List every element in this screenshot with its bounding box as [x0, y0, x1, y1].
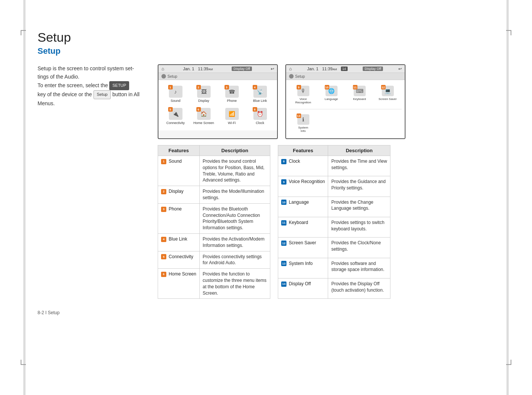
- table-row: 9 Voice RecognitionProvides the Guidance…: [278, 176, 390, 197]
- table-row: 3 PhoneProvides the Bluetooth Connection…: [158, 203, 270, 233]
- screen2-item-keyboard[interactable]: 11 ⌨ Keyboard: [345, 83, 374, 107]
- feature-cell: 14 Display Off: [278, 278, 328, 298]
- left-column: Setup is the screen to control system se…: [38, 64, 146, 111]
- description-cell: Provides the Bluetooth Connection/Auto C…: [199, 203, 270, 233]
- feature-cell: 5 Connectivity: [158, 251, 200, 269]
- feature-cell: 4 Blue Link: [158, 233, 200, 251]
- clock-icon: 8 ⏰: [253, 108, 267, 120]
- description-cell: Provides the Display Off (touch activati…: [328, 278, 390, 298]
- screen2-nav-bar: Setup: [286, 73, 405, 80]
- table-row: 10 LanguageProvides the Change Language …: [278, 197, 390, 217]
- sound-icon: 1 ♪: [169, 86, 182, 98]
- num-badge: 3: [161, 207, 166, 212]
- corner-mark-tr: [506, 30, 511, 35]
- screen2-item-sysinfo[interactable]: 13 ℹ SystemInfo: [289, 112, 317, 135]
- intro-text: Setup is the screen to control system se…: [38, 64, 146, 107]
- screen1-time: 11:39AM: [198, 67, 213, 71]
- feature-cell: 12 Screen Saver: [278, 238, 328, 258]
- table-row: 8 ClockProvides the Time and View settin…: [278, 156, 390, 176]
- num-badge: 10: [281, 200, 286, 205]
- feature-cell: 9 Voice Recognition: [278, 176, 328, 197]
- table2-col1-header: Features: [278, 145, 328, 156]
- description-cell: Provides the Clock/None settings.: [328, 238, 390, 258]
- display-icon: 2 🖼: [197, 86, 211, 98]
- feature-cell: 10 Language: [278, 197, 328, 217]
- screen1-item-phone[interactable]: 3 ☎ Phone: [218, 83, 246, 105]
- screen2-item-voice[interactable]: 9 🎙 VoiceRecognition: [289, 83, 317, 107]
- feature-cell: 1 Sound: [158, 156, 200, 186]
- feature-cell: 11 Keyboard: [278, 217, 328, 237]
- keyboard-icon: 11 ⌨: [354, 86, 366, 96]
- description-cell: Provides connectivity settings for Andro…: [199, 251, 270, 269]
- screen1-item-connectivity[interactable]: 5 🔌 Connectivity: [161, 105, 190, 127]
- connectivity-icon: 5 🔌: [169, 108, 182, 120]
- phone-icon: 3 ☎: [225, 86, 239, 98]
- table-row: 12 Screen SaverProvides the Clock/None s…: [278, 238, 390, 258]
- screen1-item-sound[interactable]: 1 ♪ Sound: [161, 83, 190, 105]
- screensaver-icon: 12 💻: [382, 86, 394, 96]
- screen2-mockup: ⌂ Jan. 1 11:39AM 14 Display Off ↩: [285, 64, 405, 139]
- table-row: 2 DisplayProvides the Mode/Illumination …: [158, 186, 270, 204]
- description-cell: Provides software and storage space info…: [328, 258, 390, 278]
- bluelink-icon: 4 📡: [253, 86, 267, 98]
- screen1-grid: 1 ♪ Sound 2 🖼 Display: [158, 80, 277, 130]
- screen2-time-area: Jan. 1 11:39AM 14: [307, 67, 348, 71]
- sysinfo-icon: 13 ℹ: [297, 114, 309, 125]
- language-icon: 10 🌐: [326, 86, 338, 96]
- num-badge: 14: [281, 281, 286, 287]
- feature-cell: 8 Clock: [278, 156, 328, 176]
- description-cell: Provides the Guidance and Priority setti…: [328, 176, 390, 197]
- corner-mark-bl: [21, 360, 26, 365]
- screen1-item-clock[interactable]: 8 ⏰ Clock: [246, 105, 274, 127]
- gear-icon-2: [289, 74, 294, 79]
- num-badge: 5: [161, 254, 166, 259]
- num-badge: 1: [161, 159, 166, 164]
- screen2-display-off[interactable]: Display Off: [363, 67, 383, 71]
- screens-and-tables: ⌂ Jan. 1 11:39AM Display Off ↩ Setup: [158, 64, 494, 299]
- setup-key-button: SETUP: [109, 81, 129, 90]
- table-row: 4 Blue LinkProvides the Activation/Modem…: [158, 233, 270, 251]
- screen1-mockup: ⌂ Jan. 1 11:39AM Display Off ↩ Setup: [158, 64, 278, 139]
- screen2-grid: 9 🎙 VoiceRecognition 10 🌐: [286, 80, 405, 138]
- screen1-date: Jan. 1: [183, 67, 194, 71]
- feature-cell: 2 Display: [158, 186, 200, 204]
- screen1-item-homescreen[interactable]: 6 🏠 Home Screen: [190, 105, 218, 127]
- description-cell: Provides the sound control options for P…: [199, 156, 270, 186]
- screen1-back-btn[interactable]: ↩: [271, 67, 274, 71]
- num-badge: 4: [161, 237, 166, 242]
- columns-wrapper: Setup is the screen to control system se…: [38, 64, 494, 299]
- screen2-back-btn[interactable]: ↩: [398, 67, 402, 71]
- voice-icon: 9 🎙: [297, 86, 309, 96]
- table-row: 11 KeyboardProvides settings to switch k…: [278, 217, 390, 237]
- screen2-top-bar: ⌂ Jan. 1 11:39AM 14 Display Off ↩: [286, 65, 405, 73]
- num-badge: 8: [281, 159, 286, 164]
- setup-menu-button: Setup: [93, 90, 111, 99]
- screen1-item-display[interactable]: 2 🖼 Display: [190, 83, 218, 105]
- description-cell: Provides the function to customize the t…: [199, 269, 270, 299]
- table1-col2-header: Description: [199, 145, 270, 156]
- screen1-display-off[interactable]: Display Off: [232, 67, 252, 71]
- feature-table-2: Features Description 8 ClockProvides the…: [278, 145, 390, 299]
- num-badge: 6: [161, 272, 166, 277]
- page-footer: 8-2 I Setup: [38, 310, 494, 315]
- screen2-item-language[interactable]: 10 🌐 Language: [317, 83, 345, 107]
- screen2-row2: 13 ℹ SystemInfo: [289, 112, 345, 135]
- table-row: 6 Home ScreenProvides the function to cu…: [158, 269, 270, 299]
- num-badge: 2: [161, 189, 166, 194]
- description-cell: Provides settings to switch keyboard lay…: [328, 217, 390, 237]
- num-badge: 13: [281, 261, 286, 266]
- table-row: 14 Display OffProvides the Display Off (…: [278, 278, 390, 298]
- screen1-item-wifi[interactable]: 📶 Wi-Fi: [218, 105, 246, 127]
- screen1-top-bar: ⌂ Jan. 1 11:39AM Display Off ↩: [158, 65, 277, 73]
- num-badge: 11: [281, 220, 286, 225]
- page-title-sub: Setup: [38, 46, 494, 56]
- feature-cell: 13 System Info: [278, 258, 328, 278]
- wifi-icon: 📶: [225, 108, 239, 120]
- feature-cell: 3 Phone: [158, 203, 200, 233]
- description-cell: Provides the Change Language settings.: [328, 197, 390, 217]
- table-row: 1 SoundProvides the sound control option…: [158, 156, 270, 186]
- left-decorative-bar: [23, 0, 26, 395]
- gear-icon: [161, 74, 166, 79]
- screen1-item-bluelink[interactable]: 4 📡 Blue Link: [246, 83, 274, 105]
- screen2-item-screensaver[interactable]: 12 💻 Screen Saver: [374, 83, 402, 107]
